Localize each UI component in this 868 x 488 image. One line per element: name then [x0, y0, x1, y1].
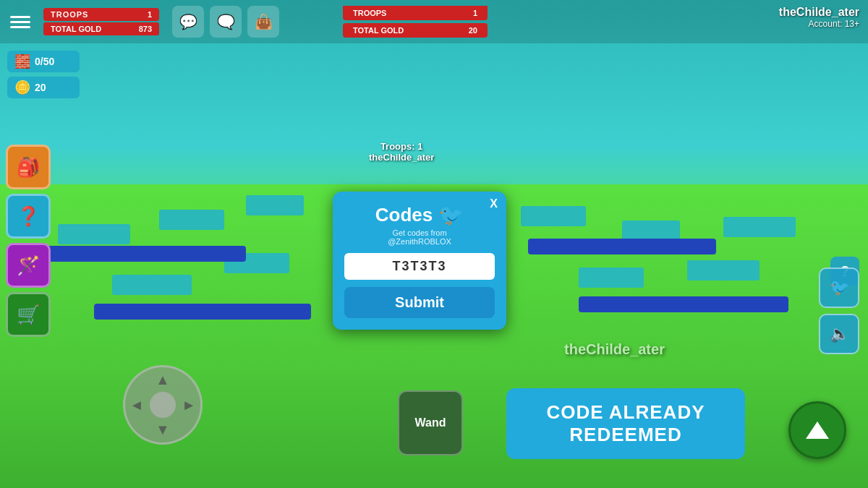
dpad-left[interactable]: ◄ [129, 397, 144, 414]
sound-button[interactable]: 🔈 [819, 314, 859, 354]
hamburger-menu[interactable] [7, 13, 33, 31]
other-troops-value: 1 [473, 9, 477, 17]
redeemed-line2: REDEEMED [521, 424, 731, 446]
right-actions: 🐦 🔈 [819, 267, 859, 354]
troops-label: TROOPS [51, 10, 88, 19]
username-display: theChilde_ater Account: 13+ [779, 6, 859, 29]
chat-icon[interactable]: 💬 [172, 6, 204, 38]
platform-tile [723, 217, 796, 237]
platform-tile [579, 267, 644, 288]
brick-icon: 🧱 [14, 53, 30, 69]
gold-value: 873 [139, 25, 152, 33]
wand-label: Wand [415, 416, 446, 429]
twitter-right-button[interactable]: 🐦 [819, 267, 859, 308]
world-player-name: theChilde_ater [564, 341, 665, 358]
dpad-right[interactable]: ► [182, 397, 196, 414]
bag-icon[interactable]: 👜 [247, 6, 279, 38]
my-troops-bar: TROOPS 1 [43, 8, 159, 21]
dpad-down[interactable]: ▼ [156, 421, 170, 438]
top-hud: TROOPS 1 TOTAL GOLD 873 💬 🗨️ 👜 TROOPS 1 … [0, 0, 868, 43]
other-gold-value: 20 [469, 26, 477, 35]
my-gold-bar: TOTAL GOLD 873 [43, 22, 159, 35]
left-actions: 🎒 ❓ 🪄 🛒 [6, 145, 51, 337]
message-icon[interactable]: 🗨️ [210, 6, 242, 38]
platform-tile [58, 224, 130, 244]
bag-button[interactable]: 🎒 [6, 145, 51, 189]
modal-header: Codes 🐦 [344, 203, 495, 227]
resource-bar-1: 🧱 0/50 [7, 51, 80, 72]
left-hud: 🧱 0/50 🪙 20 [7, 51, 80, 98]
account-age: Account: 13+ [779, 19, 859, 29]
gold-label: TOTAL GOLD [51, 25, 101, 33]
resource1-value: 0/50 [35, 56, 54, 67]
platform-tile [622, 221, 680, 241]
player-label: Troops: 1 theChilde_ater [369, 141, 434, 163]
modal-title: Codes [375, 204, 433, 226]
twitter-icon-modal: 🐦 [438, 203, 464, 227]
other-gold-bar: TOTAL GOLD 20 [343, 23, 488, 38]
modal-subtitle: Get codes from @ZenithROBLOX [344, 228, 495, 246]
redeemed-banner: CODE ALREADY REDEEMED [506, 388, 745, 459]
dpad[interactable]: ▲ ▼ ◄ ► [123, 365, 203, 445]
other-troops-label: TROOPS [353, 9, 386, 17]
other-troops-bar: TROOPS 1 [343, 6, 488, 20]
wand-button[interactable]: 🪄 [6, 243, 51, 288]
platform-tile [112, 275, 192, 295]
username: theChilde_ater [779, 6, 859, 19]
player-troops-label: Troops: 1 [369, 141, 434, 152]
player-name-label: theChilde_ater [369, 152, 434, 163]
code-input[interactable] [344, 253, 495, 280]
up-arrow-button[interactable] [788, 401, 846, 459]
coin-icon: 🪙 [14, 80, 30, 95]
platform-tile [521, 206, 586, 226]
platform-tile [159, 210, 224, 230]
dpad-center [150, 392, 176, 418]
other-gold-label: TOTAL GOLD [353, 26, 404, 35]
blue-platform [94, 304, 311, 320]
resource2-value: 20 [35, 82, 46, 93]
cart-button[interactable]: 🛒 [6, 292, 51, 337]
blue-platform [579, 296, 788, 312]
platform-tile [246, 195, 304, 215]
dpad-up[interactable]: ▲ [156, 372, 170, 388]
redeemed-line1: CODE ALREADY [521, 401, 731, 424]
submit-button[interactable]: Submit [344, 287, 495, 318]
help-button[interactable]: ❓ [6, 194, 51, 239]
modal-close-button[interactable]: X [490, 197, 498, 210]
resource-bar-2: 🪙 20 [7, 77, 80, 98]
blue-platform [528, 239, 716, 254]
platform-tile [687, 260, 760, 281]
dpad-outer[interactable]: ▲ ▼ ◄ ► [123, 365, 203, 445]
blue-platform [43, 246, 246, 262]
codes-modal: X Codes 🐦 Get codes from @ZenithROBLOX S… [333, 192, 506, 330]
wand-action-button[interactable]: Wand [398, 390, 463, 455]
troops-value: 1 [148, 10, 152, 19]
